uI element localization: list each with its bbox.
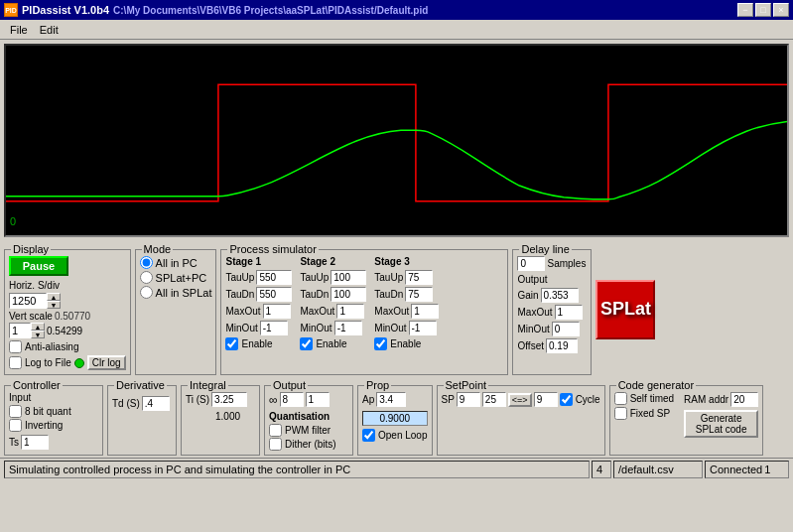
status-file-text: /default.csv — [618, 464, 674, 475]
bit8-label: 8 bit quant — [25, 406, 71, 417]
cycle-check[interactable] — [560, 393, 573, 406]
mode-option-2[interactable]: All in SPLat — [140, 286, 212, 299]
setpoint-label: SetPoint — [444, 379, 489, 391]
s3-taudn-input[interactable] — [405, 287, 433, 302]
vert-spin-down[interactable]: ▼ — [31, 331, 45, 338]
dither-check[interactable] — [269, 438, 282, 451]
stage2-taudn: TauDn — [300, 287, 366, 302]
s1-minout-input[interactable] — [260, 321, 288, 335]
s1-tauup-input[interactable] — [256, 270, 292, 285]
pwm-check[interactable] — [269, 424, 282, 437]
stage3-enable[interactable]: Enable — [374, 337, 439, 350]
mode-option-0[interactable]: All in PC — [140, 256, 212, 269]
generate-btn[interactable]: Generate SPLat code — [684, 410, 758, 438]
mode-radio-group: All in PC SPLat+PC All in SPLat — [140, 256, 212, 299]
cycle-row[interactable]: Cycle — [560, 393, 600, 406]
vert-spin-btns[interactable]: ▲ ▼ — [31, 323, 45, 338]
dither-row[interactable]: Dither (bits) — [269, 438, 348, 451]
mode-option-1[interactable]: SPLat+PC — [140, 271, 212, 284]
log-file-check[interactable] — [9, 356, 22, 369]
inverting-check[interactable] — [9, 419, 22, 432]
horiz-input[interactable] — [9, 293, 47, 309]
s3-enable-check[interactable] — [374, 337, 387, 350]
menu-file[interactable]: File — [4, 23, 34, 37]
delay-offset-input[interactable] — [546, 338, 578, 353]
prop-panel: Prop Ap 0.9000 Open Loop — [357, 385, 433, 456]
open-loop-check[interactable] — [362, 429, 375, 442]
splat-code-label: SPLat code — [696, 424, 747, 435]
s2-taudn-input[interactable] — [330, 287, 366, 302]
s2-tauup-input[interactable] — [330, 270, 366, 285]
process-stages: Stage 1 TauUp TauDn MaxOut MinOut — [225, 256, 503, 350]
sp-input1[interactable] — [457, 392, 480, 407]
pwm-row[interactable]: PWM filter — [269, 424, 348, 437]
sp-input2[interactable] — [482, 392, 506, 407]
open-loop-row[interactable]: Open Loop — [362, 429, 428, 442]
menu-edit[interactable]: Edit — [34, 23, 65, 37]
horiz-spin-down[interactable]: ▼ — [47, 301, 61, 309]
input-label: Input — [9, 392, 98, 403]
close-btn[interactable]: × — [773, 3, 789, 17]
vert-spin-up[interactable]: ▲ — [31, 323, 45, 331]
cycle-label: Cycle — [576, 394, 600, 405]
s1-enable-check[interactable] — [225, 337, 238, 350]
code-gen-label: Code generator — [616, 379, 696, 391]
td-label: Td (S) — [112, 398, 140, 409]
self-timed-row[interactable]: Self timed — [614, 392, 674, 405]
horiz-spin-btns[interactable]: ▲ ▼ — [47, 293, 61, 309]
horiz-spinner[interactable]: ▲ ▼ — [9, 293, 126, 309]
delay-samples-input[interactable] — [517, 256, 545, 271]
inverting-row[interactable]: Inverting — [9, 419, 98, 432]
s2-maxout-input[interactable] — [336, 304, 364, 319]
bit8-check[interactable] — [9, 405, 22, 418]
out-val1-input[interactable] — [280, 392, 304, 407]
fixed-sp-row[interactable]: Fixed SP — [614, 407, 674, 420]
title-text: PIDassist V1.0b4 — [22, 4, 109, 16]
ti-input[interactable] — [211, 392, 247, 407]
delay-minout-input[interactable] — [552, 322, 580, 336]
s2-enable-check[interactable] — [300, 337, 313, 350]
title-bar-text: PID PIDassist V1.0b4 C:\My Documents\VB6… — [4, 3, 428, 17]
stage2-enable[interactable]: Enable — [300, 337, 366, 350]
controller-panel: Controller Input 8 bit quant Inverting T… — [4, 385, 103, 456]
sp-arrow-btn[interactable]: <=> — [508, 393, 532, 407]
ram-addr-input[interactable] — [730, 392, 758, 407]
maximize-btn[interactable]: □ — [755, 3, 771, 17]
ap-input[interactable] — [376, 392, 406, 407]
horiz-spin-up[interactable]: ▲ — [47, 293, 61, 301]
chart-svg: 0 — [6, 46, 787, 235]
generate-label: Generate — [701, 413, 742, 424]
vert-spinner[interactable]: ▲ ▼ 0.54299 — [9, 323, 126, 338]
delay-gain-input[interactable] — [541, 288, 579, 303]
delay-line-panel: Delay line Samples Output Gain MaxOut Mi… — [512, 249, 592, 375]
bit8-quant-row[interactable]: 8 bit quant — [9, 405, 98, 418]
s1-taudn-input[interactable] — [256, 287, 292, 302]
delay-maxout-input[interactable] — [555, 305, 583, 320]
stage1-enable[interactable]: Enable — [225, 337, 292, 350]
self-timed-check[interactable] — [614, 392, 627, 405]
ts-input[interactable] — [21, 435, 49, 450]
status-connected-text: Connected — [710, 464, 762, 475]
stage2-maxout: MaxOut — [300, 304, 366, 319]
clr-log-btn[interactable]: Clr log — [87, 355, 126, 370]
td-input[interactable] — [142, 396, 170, 411]
title-path: C:\My Documents\VB6\VB6 Projects\aaSPLat… — [113, 5, 428, 16]
anti-alias-check[interactable] — [9, 340, 22, 353]
s3-minout-input[interactable] — [409, 321, 437, 335]
pause-button[interactable]: Pause — [9, 256, 68, 276]
out-val2-input[interactable] — [306, 392, 330, 407]
delay-samples-row: Samples — [517, 256, 587, 271]
s2-maxout-lbl: MaxOut — [300, 306, 334, 317]
s2-minout-input[interactable] — [334, 321, 362, 335]
s3-maxout-input[interactable] — [411, 304, 439, 319]
s2-minout-lbl: MinOut — [300, 323, 331, 333]
status-file: /default.csv — [613, 461, 703, 478]
inf-symbol: ∞ — [269, 393, 278, 407]
s1-maxout-input[interactable] — [263, 304, 291, 319]
dither-label: Dither (bits) — [285, 439, 336, 450]
sp-input3[interactable] — [534, 392, 558, 407]
fixed-sp-check[interactable] — [614, 407, 627, 420]
vert-input[interactable] — [9, 323, 31, 338]
minimize-btn[interactable]: − — [737, 3, 753, 17]
s3-tauup-input[interactable] — [405, 270, 433, 285]
